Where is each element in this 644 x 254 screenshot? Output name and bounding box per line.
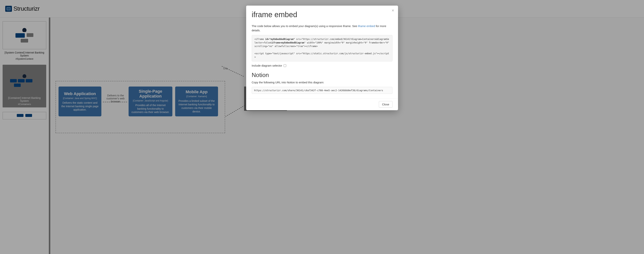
notion-url-box[interactable]: https://structurizr.com/share/36141/c6a7… (252, 87, 392, 94)
embed-code-box[interactable]: <iframe id="myEmbeddedDiagram" src="http… (252, 35, 392, 61)
modal-footer: Close (246, 98, 398, 110)
modal-title: iframe embed (252, 11, 392, 19)
modal-overlay[interactable]: × iframe embed The code below allows you… (0, 0, 644, 254)
modal-close-x[interactable]: × (392, 8, 394, 13)
notion-heading: Notion (252, 72, 392, 79)
include-selector-checkbox[interactable] (284, 64, 286, 67)
iframe-embed-modal: × iframe embed The code below allows you… (246, 6, 398, 110)
include-selector-label: Include diagram selector (252, 64, 282, 67)
notion-intro: Copy the following URL into Notion to em… (252, 80, 392, 85)
include-selector-row[interactable]: Include diagram selector (252, 64, 392, 67)
close-button[interactable]: Close (379, 101, 392, 108)
modal-intro: The code below allows you to embed your … (252, 24, 392, 33)
iframe-embed-docs-link[interactable]: iframe embed (358, 25, 375, 28)
